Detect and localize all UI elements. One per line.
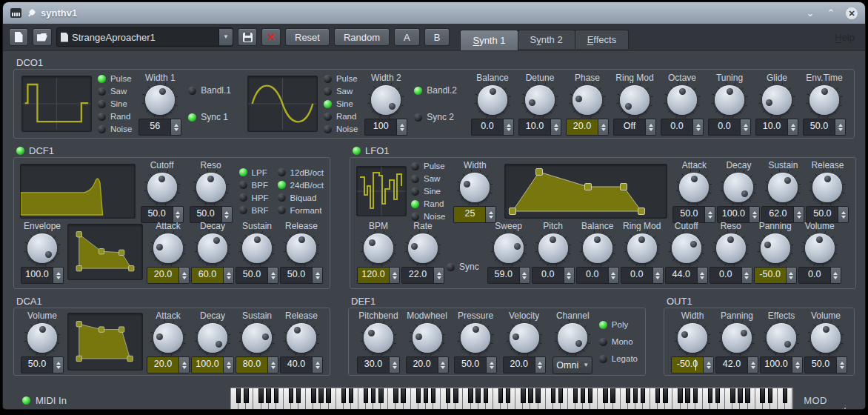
spin-down-icon[interactable] <box>840 366 844 369</box>
spin-buttons[interactable] <box>312 268 322 283</box>
spin-down-icon[interactable] <box>316 276 320 279</box>
radio-osc2-saw[interactable]: Saw <box>324 87 358 96</box>
dco1-detune-knob[interactable] <box>525 85 555 115</box>
lfo1-width-knob[interactable] <box>460 173 490 202</box>
spin-buttons[interactable] <box>535 357 545 373</box>
piano-key-black[interactable] <box>349 388 353 403</box>
piano-key-black[interactable] <box>745 388 750 403</box>
spin-up-icon[interactable] <box>176 211 180 214</box>
out1-effects-spinbox[interactable]: 100.0 <box>760 356 803 374</box>
spin-buttons[interactable] <box>792 357 802 373</box>
spin-down-icon[interactable] <box>56 366 61 369</box>
piano-key-black[interactable] <box>535 388 540 403</box>
lfo1-mod-pitch-knob[interactable] <box>538 233 568 263</box>
piano-key-black[interactable] <box>401 388 405 403</box>
dca1-envelope-display[interactable] <box>67 313 143 371</box>
resize-grip-icon[interactable] <box>838 404 847 409</box>
spin-buttons[interactable] <box>178 357 189 373</box>
lfo1-decay-knob[interactable] <box>724 173 753 202</box>
radio-osc2-sine[interactable]: Sine <box>324 99 358 108</box>
radio-osc1-pulse[interactable]: Pulse <box>98 74 132 83</box>
piano-key-black[interactable] <box>258 388 263 403</box>
piano-key-black[interactable] <box>244 388 248 403</box>
dcf1-enabled-led[interactable] <box>16 147 24 155</box>
spin-up-icon[interactable] <box>316 362 320 365</box>
spin-buttons[interactable] <box>740 119 750 135</box>
spin-up-icon[interactable] <box>708 211 712 214</box>
piano-key-black[interactable] <box>274 388 278 403</box>
spin-buttons[interactable] <box>598 119 608 135</box>
dcf1-sustain-spinbox[interactable]: 50.0 <box>236 267 278 284</box>
piano-key-black[interactable] <box>610 388 615 403</box>
piano-key-black[interactable] <box>364 388 368 403</box>
piano-key-black[interactable] <box>768 388 772 403</box>
lfo1-mod-ring-mod-knob[interactable] <box>627 233 657 263</box>
maximize-icon[interactable]: ⌃ <box>825 7 837 19</box>
spin-up-icon[interactable] <box>437 272 441 275</box>
spin-down-icon[interactable] <box>271 276 276 279</box>
spin-up-icon[interactable] <box>316 272 320 275</box>
lfo1-envelope-display[interactable] <box>504 164 667 219</box>
spin-up-icon[interactable] <box>791 124 795 127</box>
a-button[interactable]: A <box>394 28 420 46</box>
spin-down-icon[interactable] <box>227 366 231 369</box>
def1-velocity-knob[interactable] <box>510 323 539 353</box>
spin-up-icon[interactable] <box>271 362 276 365</box>
piano-key-black[interactable] <box>341 388 346 403</box>
spin-buttons[interactable] <box>830 268 841 283</box>
b-button[interactable]: B <box>424 28 450 46</box>
piano-key-black[interactable] <box>521 388 525 403</box>
def1-modwheel-knob[interactable] <box>413 323 442 353</box>
piano-key-black[interactable] <box>738 388 742 403</box>
dco1-detune-spinbox[interactable]: 10.0 <box>518 119 561 136</box>
piano-key-black[interactable] <box>371 388 375 403</box>
radio-osc1-saw[interactable]: Saw <box>98 87 132 96</box>
radio-def1-mono[interactable]: Mono <box>599 337 638 346</box>
piano-key-black[interactable] <box>626 388 630 403</box>
lfo1-rate-spinbox[interactable]: 22.0 <box>401 267 444 284</box>
spin-up-icon[interactable] <box>271 272 276 275</box>
dcf1-decay-knob[interactable] <box>198 233 227 263</box>
piano-key-black[interactable] <box>708 388 712 403</box>
out1-width-knob[interactable] <box>678 323 707 353</box>
dco1-ring-mod-knob[interactable] <box>620 85 650 115</box>
piano-key-black[interactable] <box>424 388 428 403</box>
spin-down-icon[interactable] <box>744 128 748 131</box>
radio-def1-legato[interactable]: Legato <box>599 354 638 363</box>
spin-down-icon[interactable] <box>56 276 61 279</box>
spin-down-icon[interactable] <box>601 128 606 131</box>
piano-key-black[interactable] <box>378 388 383 403</box>
spin-up-icon[interactable] <box>744 272 749 275</box>
spin-up-icon[interactable] <box>655 272 660 275</box>
def1-pitchbend-knob[interactable] <box>364 323 393 353</box>
spin-buttons[interactable] <box>438 357 448 373</box>
radio-osc1-sine[interactable]: Sine <box>98 99 132 108</box>
dcf1-sustain-knob[interactable] <box>242 233 272 263</box>
dcf1-cutoff-knob[interactable] <box>147 173 177 202</box>
spin-up-icon[interactable] <box>707 362 711 365</box>
lfo1-mod-pitch-spinbox[interactable]: 0.0 <box>532 267 575 284</box>
tab-synth-2[interactable]: Synth 2 <box>518 30 575 49</box>
piano-key-black[interactable] <box>730 388 735 403</box>
radio-osc2-noise[interactable]: Noise <box>324 124 358 133</box>
dcf1-attack-knob[interactable] <box>153 233 183 263</box>
spin-down-icon[interactable] <box>182 276 187 279</box>
spin-buttons[interactable] <box>519 268 530 283</box>
piano-key-black[interactable] <box>326 388 330 403</box>
lfo1-attack-knob[interactable] <box>679 173 709 202</box>
spin-up-icon[interactable] <box>744 124 748 127</box>
spin-down-icon[interactable] <box>441 366 445 369</box>
lfo1-release-spinbox[interactable]: 50.0 <box>806 206 849 223</box>
spin-down-icon[interactable] <box>708 216 712 219</box>
dco1-sync-2-toggle[interactable]: Sync 2 <box>414 112 457 122</box>
spin-up-icon[interactable] <box>227 272 231 275</box>
spin-down-icon[interactable] <box>751 366 755 369</box>
tab-effects[interactable]: Effects <box>575 30 630 49</box>
minimize-icon[interactable]: ⌄ <box>804 7 816 19</box>
spin-up-icon[interactable] <box>797 211 801 214</box>
piano-key-black[interactable] <box>715 388 720 403</box>
spin-up-icon[interactable] <box>841 211 846 214</box>
preset-combobox[interactable]: StrangeAproacher1 ▼ <box>56 27 233 47</box>
combo-dropdown-icon[interactable]: ▼ <box>218 29 233 45</box>
spin-down-icon[interactable] <box>795 366 800 369</box>
